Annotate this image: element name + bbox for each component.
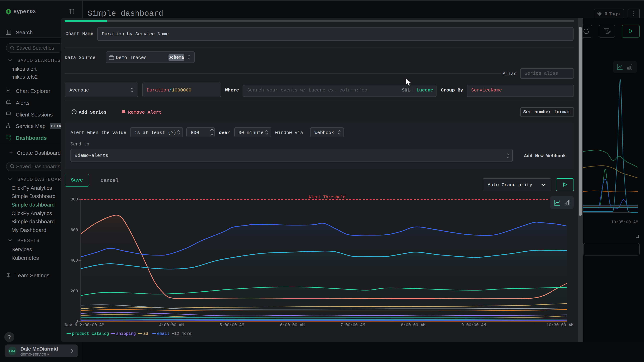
svg-text:Alert Threshold: Alert Threshold (308, 195, 346, 199)
